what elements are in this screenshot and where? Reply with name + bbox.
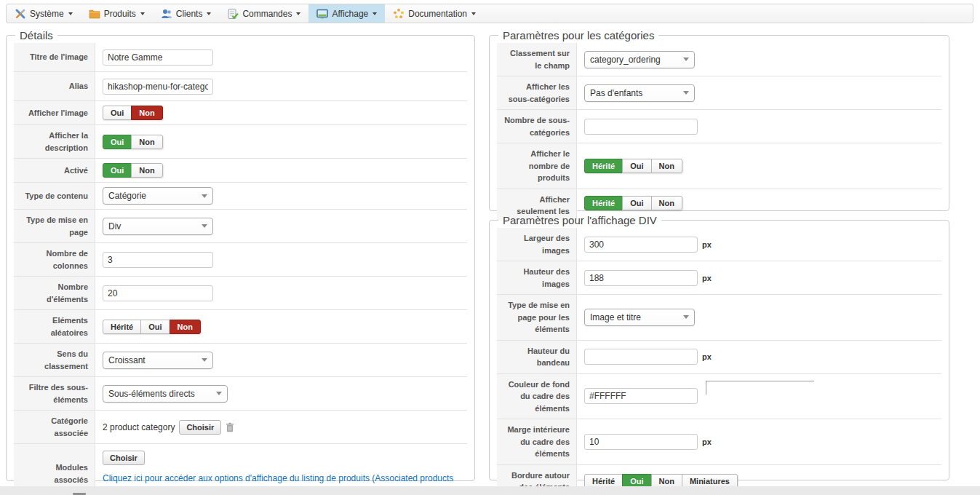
alias-input[interactable] bbox=[103, 79, 213, 95]
menu-item-documentation[interactable]: Documentation bbox=[385, 4, 484, 23]
type-contenu-select[interactable]: Catégorie bbox=[103, 187, 213, 205]
select-value: Catégorie bbox=[108, 191, 146, 201]
details-legend: Détails bbox=[15, 29, 57, 41]
toggle-option-non[interactable]: Non bbox=[131, 106, 162, 120]
row-type-mise-en-page-elements: Type de mise en page pour les éléments I… bbox=[497, 295, 941, 341]
px-suffix: px bbox=[702, 274, 712, 282]
field-label: Hauteur du bandeau bbox=[497, 341, 577, 373]
marge-interieure-input[interactable] bbox=[584, 434, 698, 450]
toggle-option-oui[interactable]: Oui bbox=[140, 320, 170, 334]
chevron-down-icon bbox=[683, 58, 689, 61]
filtre-sous-elements-select[interactable]: Sous-éléments directs bbox=[103, 385, 228, 403]
afficher-description-toggle: Oui Non bbox=[103, 135, 163, 149]
display-icon bbox=[316, 8, 328, 20]
toggle-option-oui[interactable]: Oui bbox=[622, 196, 651, 210]
row-elements-aleatoires: Eléments aléatoires Hérité Oui Non bbox=[14, 310, 467, 344]
toggle-option-non[interactable]: Non bbox=[131, 135, 162, 149]
menu-item-affichage[interactable]: Affichage bbox=[308, 4, 385, 23]
div-display-legend: Paramètres pour l'affichage DIV bbox=[498, 214, 661, 226]
row-sens-classement: Sens du classement Croissant bbox=[14, 344, 467, 377]
toggle-option-herite[interactable]: Hérité bbox=[103, 320, 141, 334]
footer-bar bbox=[0, 486, 980, 495]
row-classement-champ: Classement sur le champ category_orderin… bbox=[497, 43, 941, 76]
type-mise-en-page-select[interactable]: Div bbox=[103, 218, 213, 235]
color-preview-swatch[interactable] bbox=[706, 381, 814, 395]
toggle-option-non[interactable]: Non bbox=[651, 159, 682, 173]
afficher-nombre-produits-toggle: Hérité Oui Non bbox=[584, 159, 682, 173]
select-value: Pas d'enfants bbox=[590, 88, 642, 98]
caret-down-icon bbox=[207, 12, 211, 15]
menu-item-produits[interactable]: Produits bbox=[81, 4, 153, 23]
caret-down-icon bbox=[471, 12, 476, 15]
largeur-images-input[interactable] bbox=[584, 237, 698, 253]
afficher-sous-categories-select[interactable]: Pas d'enfants bbox=[584, 84, 695, 102]
field-label: Nombre de sous-catégories bbox=[497, 110, 577, 143]
classement-champ-select[interactable]: category_ordering bbox=[584, 51, 695, 68]
toggle-option-oui[interactable]: Oui bbox=[103, 135, 132, 149]
nombre-sous-categories-input[interactable] bbox=[584, 119, 698, 135]
field-label: Filtre des sous-éléments bbox=[14, 377, 95, 410]
toggle-option-non[interactable]: Non bbox=[131, 163, 162, 178]
row-active: Activé Oui Non bbox=[14, 159, 467, 183]
row-filtre-sous-elements: Filtre des sous-éléments Sous-éléments d… bbox=[14, 377, 467, 411]
select-value: Sous-éléments directs bbox=[108, 389, 195, 399]
row-largeur-images: Largeur des images px bbox=[497, 228, 941, 261]
titre-image-input[interactable] bbox=[103, 50, 213, 66]
field-label: Nombre de colonnes bbox=[14, 243, 95, 276]
toggle-option-non[interactable]: Non bbox=[651, 196, 682, 210]
tools-icon bbox=[15, 8, 26, 20]
row-nombre-elements: Nombre d'éléments bbox=[14, 277, 467, 310]
type-mise-en-page-elements-select[interactable]: Image et titre bbox=[584, 309, 695, 326]
row-type-contenu: Type de contenu Catégorie bbox=[14, 183, 467, 210]
users-icon bbox=[161, 8, 172, 20]
chevron-down-icon bbox=[202, 224, 207, 228]
px-suffix: px bbox=[702, 437, 712, 446]
px-suffix: px bbox=[702, 240, 712, 249]
select-value: category_ordering bbox=[590, 55, 661, 65]
caret-down-icon bbox=[373, 12, 377, 15]
nombre-elements-input[interactable] bbox=[103, 285, 213, 301]
toggle-option-herite[interactable]: Hérité bbox=[584, 196, 623, 210]
trash-icon[interactable] bbox=[226, 422, 234, 432]
field-label: Afficher les sous-catégories bbox=[497, 76, 577, 109]
toggle-option-herite[interactable]: Hérité bbox=[584, 159, 623, 173]
chevron-down-icon bbox=[683, 91, 689, 95]
nombre-colonnes-input[interactable] bbox=[103, 252, 213, 268]
caret-down-icon bbox=[140, 12, 145, 15]
toggle-option-oui[interactable]: Oui bbox=[103, 163, 132, 178]
field-label: Eléments aléatoires bbox=[14, 310, 95, 343]
field-label: Largeur des images bbox=[497, 228, 577, 261]
chevron-down-icon bbox=[683, 315, 689, 319]
choisir-categorie-button[interactable]: Choisir bbox=[179, 420, 221, 435]
hauteur-bandeau-input[interactable] bbox=[584, 349, 698, 365]
choisir-modules-button[interactable]: Choisir bbox=[103, 451, 145, 465]
toggle-option-non[interactable]: Non bbox=[170, 320, 201, 334]
menu-item-clients[interactable]: Clients bbox=[153, 4, 220, 23]
caret-down-icon bbox=[296, 12, 300, 15]
toggle-option-oui[interactable]: Oui bbox=[622, 159, 651, 173]
select-value: Croissant bbox=[108, 355, 146, 365]
select-value: Image et titre bbox=[590, 312, 641, 322]
row-hauteur-images: Hauteur des images px bbox=[497, 261, 941, 295]
categories-panel: Paramètres pour les catégories Classemen… bbox=[489, 29, 949, 211]
couleur-fond-input[interactable] bbox=[584, 388, 698, 404]
folder-icon bbox=[89, 8, 100, 20]
hauteur-images-input[interactable] bbox=[584, 270, 698, 286]
row-categorie-associee: Catégorie associée 2 product category Ch… bbox=[14, 411, 467, 444]
sens-classement-select[interactable]: Croissant bbox=[103, 352, 213, 369]
field-label: Afficher le nombre de produits bbox=[497, 143, 577, 189]
orders-icon bbox=[227, 8, 239, 20]
menu-item-systeme[interactable]: Système bbox=[7, 4, 81, 23]
field-label: Classement sur le champ bbox=[497, 43, 577, 76]
chevron-down-icon bbox=[202, 358, 207, 362]
field-label: Alias bbox=[14, 72, 95, 100]
menu-item-label: Clients bbox=[176, 9, 203, 19]
row-alias: Alias bbox=[14, 72, 467, 101]
field-label: Hauteur des images bbox=[497, 261, 577, 294]
docs-icon bbox=[393, 8, 405, 20]
field-label: Type de contenu bbox=[14, 183, 95, 209]
toggle-option-oui[interactable]: Oui bbox=[103, 106, 132, 120]
field-label: Type de mise en page pour les éléments bbox=[497, 295, 577, 340]
row-nombre-colonnes: Nombre de colonnes bbox=[14, 243, 467, 277]
menu-item-commandes[interactable]: Commandes bbox=[219, 4, 308, 23]
